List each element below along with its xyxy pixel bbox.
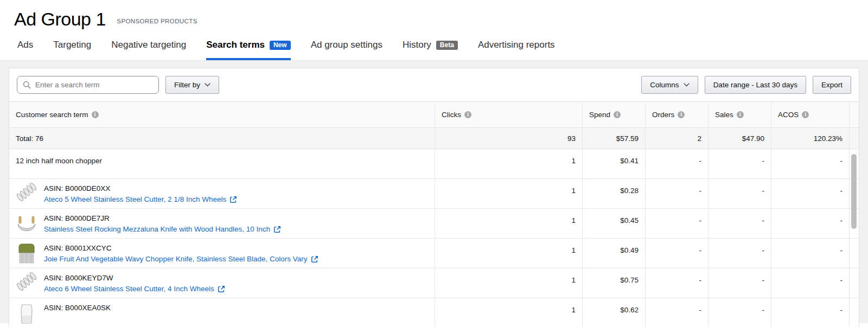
external-link-icon — [273, 226, 281, 233]
product-title-link[interactable]: Joie Fruit And Vegetable Wavy Chopper Kn… — [44, 254, 318, 265]
wavy-chopper-image — [16, 242, 37, 265]
product-info: ASIN: B000KEYD7WAteco 6 Wheel Stainless … — [44, 272, 225, 294]
search-input[interactable] — [35, 81, 153, 89]
chevron-down-icon — [684, 83, 690, 87]
product-title-link[interactable]: Ateco 6 Wheel Stainless Steel Cutter, 4 … — [44, 284, 225, 294]
sales-cell: - — [708, 179, 771, 208]
product-title-link[interactable]: Ateco 5 Wheel Stainless Steel Cutter, 2 … — [44, 194, 237, 205]
scrollbar-gutter — [849, 268, 859, 298]
total-sales-cell: $47.90 — [708, 128, 771, 149]
total-acos-cell: 120.23% — [771, 128, 849, 149]
product-info: ASIN: B000XEA0SK — [44, 302, 111, 313]
columns-button[interactable]: Columns — [641, 76, 698, 94]
content-area: Filter by Columns Date range - Last 30 d… — [0, 61, 868, 323]
info-icon[interactable]: i — [737, 111, 744, 118]
column-header-acos: ACOSi — [771, 102, 849, 127]
info-icon[interactable]: i — [92, 111, 99, 118]
sales-cell: - — [708, 298, 771, 327]
tab-bar: AdsTargetingNegative targetingSearch ter… — [0, 35, 868, 61]
acos-cell: - — [771, 239, 849, 268]
info-icon[interactable]: i — [614, 111, 621, 118]
orders-cell: - — [645, 209, 708, 238]
acos-cell: - — [771, 179, 849, 208]
total-clicks-cell: 93 — [435, 128, 582, 149]
column-header-customer-search-term: Customer search termi — [9, 102, 435, 127]
orders-cell: - — [645, 239, 708, 268]
search-terms-panel: Filter by Columns Date range - Last 30 d… — [9, 68, 859, 327]
product-thumbnail — [16, 182, 37, 206]
info-icon[interactable]: i — [464, 111, 471, 118]
search-terms-table: Customer search termiClicksiSpendiOrders… — [9, 101, 859, 327]
tab-search-terms[interactable]: Search termsNew — [206, 35, 290, 60]
column-header-sales: Salesi — [708, 102, 771, 127]
tab-ad-group-settings[interactable]: Ad group settings — [311, 35, 382, 60]
search-term-cell: 12 inch half moon chopper — [9, 149, 435, 178]
table-toolbar: Filter by Columns Date range - Last 30 d… — [9, 68, 859, 101]
tab-ads[interactable]: Ads — [17, 35, 33, 60]
tab-negative-targeting[interactable]: Negative targeting — [111, 35, 186, 60]
clicks-cell: 1 — [435, 268, 582, 298]
table-row: ASIN: B000KEYD7WAteco 6 Wheel Stainless … — [9, 268, 859, 298]
orders-cell: - — [645, 149, 708, 178]
product-thumbnail — [16, 272, 37, 295]
column-header-label: ACOS — [778, 111, 799, 119]
page-subtitle: SPONSORED PRODUCTS — [117, 18, 197, 24]
product-title-link[interactable]: Stainless Steel Rocking Mezzaluna Knife … — [44, 224, 281, 235]
table-row: ASIN: B0001XXCYCJoie Fruit And Vegetable… — [9, 239, 859, 268]
asin-text: ASIN: B000XEA0SK — [44, 303, 111, 313]
vertical-scrollbar-thumb[interactable] — [851, 154, 857, 229]
table-row: ASIN: B000XEA0SK1$0.62--- — [9, 298, 859, 327]
asin-text: ASIN: B000KEYD7W — [44, 273, 225, 284]
info-icon[interactable]: i — [802, 111, 809, 118]
wheel-cutter-image — [16, 182, 37, 206]
table-row: ASIN: B0000DE0XXAteco 5 Wheel Stainless … — [9, 179, 859, 209]
product-title-text: Stainless Steel Rocking Mezzaluna Knife … — [44, 224, 270, 235]
export-button[interactable]: Export — [813, 76, 851, 94]
external-link-icon — [311, 255, 318, 263]
orders-cell: - — [645, 268, 708, 298]
product-thumbnail — [16, 212, 37, 235]
tab-advertising-reports[interactable]: Advertising reports — [478, 35, 555, 60]
orders-cell: - — [645, 298, 708, 327]
product-info: ASIN: B0000DE0XXAteco 5 Wheel Stainless … — [44, 182, 237, 205]
info-icon[interactable]: i — [678, 111, 685, 118]
scrollbar-gutter — [849, 128, 859, 149]
column-header-label: Sales — [715, 111, 733, 119]
search-term-cell: ASIN: B0000DE0XXAteco 5 Wheel Stainless … — [9, 179, 435, 208]
spend-cell: $0.62 — [582, 298, 645, 327]
page-header: Ad Group 1 SPONSORED PRODUCTS — [0, 0, 868, 30]
total-spend-cell: $57.59 — [582, 128, 645, 149]
scrollbar-gutter — [849, 239, 859, 268]
spend-cell: $0.49 — [582, 239, 645, 268]
spend-cell: $0.41 — [582, 149, 645, 178]
product-title-text: Ateco 6 Wheel Stainless Steel Cutter, 4 … — [44, 284, 214, 294]
tab-targeting[interactable]: Targeting — [53, 35, 91, 60]
total-orders-cell: 2 — [645, 128, 708, 149]
product-thumbnail — [16, 242, 37, 265]
search-term-text: 12 inch half moon chopper — [16, 157, 102, 165]
search-icon — [23, 81, 31, 89]
column-header-clicks: Clicksi — [435, 102, 582, 127]
product-info: ASIN: B0001XXCYCJoie Fruit And Vegetable… — [44, 242, 318, 265]
table-body: 12 inch half moon chopper1$0.41---ASIN: … — [9, 149, 859, 327]
date-range-button[interactable]: Date range - Last 30 days — [705, 76, 806, 94]
search-term-cell: ASIN: B000KEYD7WAteco 6 Wheel Stainless … — [9, 268, 435, 298]
sales-cell: - — [708, 268, 771, 298]
external-link-icon — [218, 285, 225, 293]
orders-cell: - — [645, 179, 708, 208]
table-row: 12 inch half moon chopper1$0.41--- — [9, 149, 859, 179]
column-header-label: Customer search term — [16, 111, 88, 119]
clicks-cell: 1 — [435, 298, 582, 327]
acos-cell: - — [771, 268, 849, 298]
mezzaluna-knife-image — [16, 212, 37, 235]
beta-badge: Beta — [436, 41, 458, 50]
product-info: ASIN: B0000DE7JRStainless Steel Rocking … — [44, 212, 281, 235]
filter-by-button[interactable]: Filter by — [165, 76, 219, 94]
search-input-wrapper — [17, 76, 159, 94]
export-label: Export — [821, 81, 843, 89]
product-title-text: Ateco 5 Wheel Stainless Steel Cutter, 2 … — [44, 194, 226, 205]
chevron-down-icon — [205, 83, 210, 87]
tab-history[interactable]: HistoryBeta — [403, 35, 458, 60]
scrollbar-gutter — [849, 298, 859, 327]
tab-label: Search terms — [206, 40, 265, 50]
